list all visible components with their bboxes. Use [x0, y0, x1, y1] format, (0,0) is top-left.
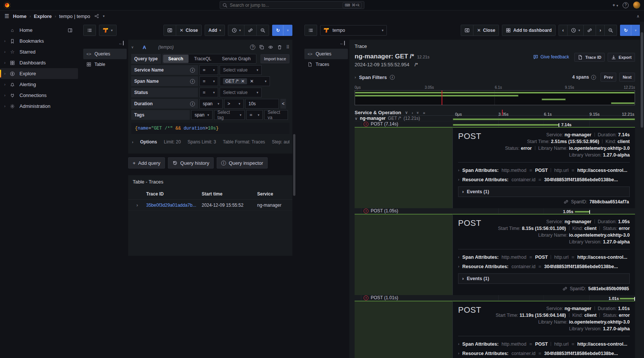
- search-input[interactable]: [230, 3, 340, 8]
- span-row-root[interactable]: ∨ ng-manager GET /* (12.21s): [355, 116, 635, 121]
- span-row-post-3[interactable]: !POST (1.01s) 1.01s: [355, 295, 635, 301]
- events-toggle[interactable]: ›Events (1): [458, 186, 630, 197]
- trace-id-button[interactable]: Trace ID: [574, 53, 605, 62]
- datasource-picker[interactable]: tempo▾: [320, 25, 387, 36]
- time-picker-button[interactable]: ▾: [567, 25, 584, 36]
- add-query-button[interactable]: +Add query: [128, 157, 165, 169]
- help-icon[interactable]: ?: [623, 2, 629, 8]
- query-history-button[interactable]: Query history: [168, 157, 214, 169]
- query-help-icon[interactable]: ?: [250, 45, 255, 50]
- sidebar-item-administration[interactable]: › Administration: [0, 101, 78, 112]
- tags-scope[interactable]: span▾: [191, 110, 213, 120]
- collapse-query-icon[interactable]: ∨: [131, 45, 134, 49]
- span-bar[interactable]: [453, 118, 635, 120]
- add-dropdown-button[interactable]: Add▾: [205, 25, 225, 36]
- trace-id-link[interactable]: 35be0f3d29a01adda7b...: [146, 203, 202, 208]
- query-rows-button[interactable]: [84, 25, 96, 36]
- tags-key[interactable]: Select tag▾: [214, 110, 245, 120]
- window-scrollbar[interactable]: [640, 22, 644, 358]
- close-pane-button[interactable]: ✕Close: [473, 25, 499, 36]
- rail-item-queries[interactable]: <>Queries: [304, 49, 348, 59]
- collapse-all-icon[interactable]: »: [416, 111, 420, 113]
- tab-traceql[interactable]: TraceQL: [189, 54, 217, 63]
- service-name-operator[interactable]: =▾: [199, 65, 218, 75]
- drag-handle-icon[interactable]: ⠿: [286, 45, 289, 50]
- span-attributes-toggle[interactable]: ›Span Attributes:http.method=POSThttp.ur…: [458, 339, 630, 349]
- events-toggle[interactable]: ›Events (1): [458, 273, 630, 284]
- resource-attributes-toggle[interactable]: ›Resource Attributes:container.id=304fd8…: [458, 175, 630, 184]
- dock-icon[interactable]: [67, 28, 73, 33]
- expand-all-icon[interactable]: »: [423, 110, 425, 115]
- duration-scope[interactable]: span▾: [199, 99, 223, 109]
- query-inspector-button[interactable]: iQuery inspector: [217, 157, 268, 169]
- disable-query-icon[interactable]: [268, 45, 273, 50]
- user-avatar[interactable]: [633, 1, 640, 9]
- row-expand-icon[interactable]: ›: [128, 203, 146, 208]
- split-pane-button[interactable]: [164, 25, 176, 36]
- sidebar-item-alerting[interactable]: › Alerting: [0, 79, 78, 90]
- rail-item-table[interactable]: Table: [83, 59, 127, 70]
- span-attributes-toggle[interactable]: ›Span Attributes:http.method=POSThttp.ur…: [458, 252, 630, 262]
- collapse-one-icon[interactable]: ∨: [405, 110, 408, 115]
- run-query-button[interactable]: ↻: [620, 25, 631, 36]
- left-pane-scrollbar[interactable]: [293, 134, 295, 196]
- sidebar-item-explore[interactable]: › Explore: [0, 68, 78, 79]
- span-row-post-1[interactable]: !POST (7.14s) 7.14s: [355, 121, 635, 127]
- collapse-rail-icon[interactable]: ←: [118, 41, 124, 45]
- expand-one-icon[interactable]: ›: [412, 110, 413, 115]
- duplicate-query-icon[interactable]: [259, 45, 264, 50]
- span-bar[interactable]: [453, 124, 559, 126]
- caret-down-icon[interactable]: ▾: [103, 14, 105, 18]
- sidebar-item-starred[interactable]: › ☆ Starred: [0, 46, 78, 57]
- global-search[interactable]: ⌨⌘+k: [220, 1, 364, 9]
- span-row-post-2[interactable]: !POST (1.05s) 1.05s: [355, 208, 635, 214]
- span-name-value[interactable]: GET /*✕ ✕ ▾: [220, 76, 270, 86]
- span-bar[interactable]: [620, 298, 635, 300]
- split-pane-button[interactable]: [461, 25, 473, 36]
- table-row[interactable]: › 35be0f3d29a01adda7b... 2024-12-09 15:5…: [128, 200, 292, 211]
- scrollbar-thumb[interactable]: [641, 32, 643, 128]
- duration-max-operator[interactable]: <: [280, 99, 286, 109]
- collapse-icon[interactable]: ∨: [355, 116, 358, 121]
- import-trace-button[interactable]: Import trace: [261, 54, 289, 63]
- run-query-button[interactable]: ↻: [273, 25, 283, 36]
- copy-link-button[interactable]: [583, 25, 596, 36]
- prev-span-button[interactable]: Prev: [601, 73, 616, 82]
- tags-value[interactable]: Select va: [264, 110, 288, 120]
- status-operator[interactable]: =▾: [199, 88, 218, 97]
- sidebar-item-dashboards[interactable]: › Dashboards: [0, 57, 78, 68]
- duration-operator[interactable]: >▾: [224, 99, 244, 109]
- selected-span-gutter[interactable]: [355, 214, 453, 295]
- remove-query-icon[interactable]: [277, 45, 282, 50]
- sidebar-item-bookmarks[interactable]: › Bookmarks: [0, 36, 78, 46]
- clear-icon[interactable]: ✕: [250, 79, 254, 84]
- sidebar-item-home[interactable]: ⌂ Home: [0, 25, 78, 36]
- share-icon[interactable]: [94, 13, 99, 19]
- breadcrumb-explore[interactable]: Explore: [34, 13, 52, 19]
- add-to-dashboard-button[interactable]: Add to dashboard: [502, 25, 555, 36]
- span-bar[interactable]: [575, 211, 590, 213]
- duration-value-input[interactable]: 10s: [245, 99, 279, 109]
- add-button[interactable]: + ▾: [613, 3, 618, 8]
- service-name-value[interactable]: Select value▾: [220, 65, 262, 75]
- datasource-picker[interactable]: ▾: [99, 25, 116, 36]
- close-pane-button[interactable]: ✕Close: [176, 25, 201, 36]
- zoom-out-button[interactable]: [604, 25, 617, 36]
- span-name-operator[interactable]: =▾: [199, 76, 218, 86]
- sidebar-item-connections[interactable]: › Connections: [0, 90, 78, 101]
- span-attributes-toggle[interactable]: ›Span Attributes:http.method=POSThttp.ur…: [458, 166, 630, 175]
- query-rows-button[interactable]: [305, 25, 317, 36]
- next-span-button[interactable]: Next: [619, 73, 635, 82]
- rail-item-queries[interactable]: <>Queries: [83, 49, 127, 59]
- grafana-logo-icon[interactable]: [4, 2, 10, 9]
- collapse-rail-icon[interactable]: ←: [340, 41, 345, 45]
- span-name-chip[interactable]: GET /*✕: [223, 78, 247, 84]
- selected-span-gutter[interactable]: [355, 301, 453, 358]
- breadcrumb-home[interactable]: Home: [13, 13, 27, 19]
- time-back-button[interactable]: ‹: [559, 25, 567, 36]
- time-picker-button[interactable]: ▾: [228, 25, 244, 36]
- trace-minimap[interactable]: 0μs 3.05s 6.1s 9.15s 12.21s: [355, 85, 635, 105]
- give-feedback-link[interactable]: Give feedback: [533, 54, 569, 60]
- link-icon[interactable]: [563, 199, 569, 204]
- query-options-row[interactable]: › Options Limit: 20 Spans Limit: 3 Table…: [131, 137, 289, 150]
